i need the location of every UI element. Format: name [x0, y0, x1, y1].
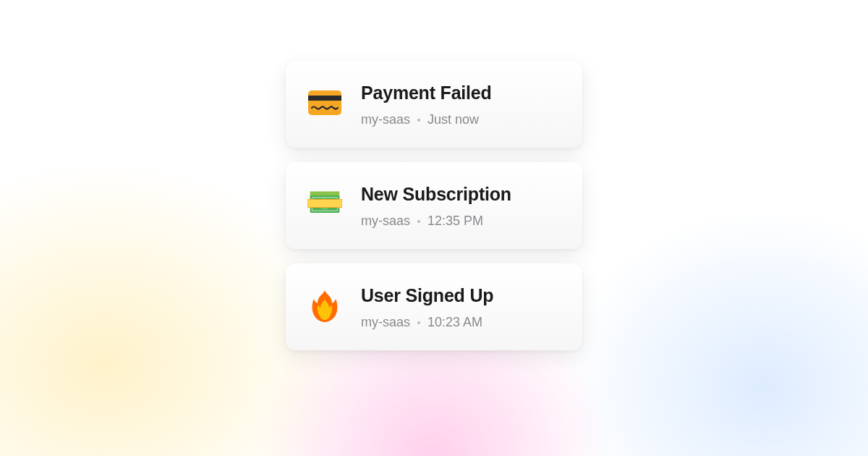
meta-separator-icon	[417, 119, 420, 122]
meta-separator-icon	[417, 220, 420, 223]
notification-body: Payment Failed my-saas Just now	[361, 83, 561, 127]
notification-source: my-saas	[361, 315, 410, 330]
notification-body: User Signed Up my-saas 10:23 AM	[361, 285, 561, 330]
notification-card[interactable]: Payment Failed my-saas Just now	[286, 61, 582, 148]
notification-time: 10:23 AM	[427, 315, 482, 330]
notification-title: User Signed Up	[361, 285, 561, 306]
fire-icon	[307, 288, 342, 323]
svg-rect-7	[307, 200, 342, 208]
notification-time: 12:35 PM	[427, 214, 483, 229]
notification-card[interactable]: $ New Subscription my-saas 12:35 PM	[286, 162, 582, 249]
notification-title: Payment Failed	[361, 83, 561, 104]
credit-card-icon	[307, 85, 342, 120]
notification-source: my-saas	[361, 214, 410, 229]
notification-time: Just now	[427, 112, 479, 127]
notification-meta: my-saas 12:35 PM	[361, 214, 561, 229]
notification-title: New Subscription	[361, 184, 561, 205]
notification-source: my-saas	[361, 112, 410, 127]
notification-card[interactable]: User Signed Up my-saas 10:23 AM	[286, 263, 582, 350]
meta-separator-icon	[417, 321, 420, 324]
svg-rect-0	[308, 90, 341, 115]
notification-meta: my-saas Just now	[361, 112, 561, 127]
notification-meta: my-saas 10:23 AM	[361, 315, 561, 330]
notification-body: New Subscription my-saas 12:35 PM	[361, 184, 561, 229]
notification-list: Payment Failed my-saas Just now $ New Su…	[286, 0, 582, 350]
money-icon: $	[307, 187, 342, 221]
svg-rect-1	[308, 96, 341, 101]
